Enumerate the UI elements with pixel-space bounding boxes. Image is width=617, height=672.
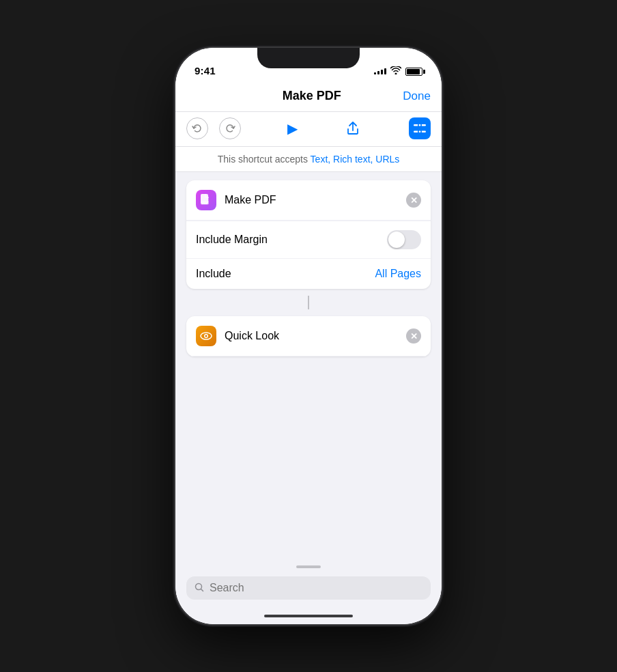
phone-frame: 9:41 xyxy=(175,48,442,624)
svg-rect-4 xyxy=(421,131,426,133)
quick-look-remove-button[interactable]: ✕ xyxy=(406,328,421,344)
home-indicator-area xyxy=(175,611,442,624)
accepts-prefix: This shortcut accepts xyxy=(218,154,311,165)
undo-button[interactable] xyxy=(186,117,208,139)
redo-button[interactable] xyxy=(219,117,241,139)
connector-line xyxy=(308,296,309,309)
battery-icon xyxy=(405,68,422,76)
include-margin-label: Include Margin xyxy=(196,234,268,246)
quick-look-icon xyxy=(196,326,216,346)
accepts-bar: This shortcut accepts Text, Rich text, U… xyxy=(175,147,442,172)
notch xyxy=(257,48,360,68)
accepts-types[interactable]: Text, Rich text, URLs xyxy=(311,154,400,165)
signal-bar-2 xyxy=(377,71,379,74)
drag-handle xyxy=(296,565,321,568)
status-time: 9:41 xyxy=(195,65,216,76)
include-margin-toggle[interactable] xyxy=(387,230,421,249)
toolbar-left xyxy=(186,117,241,139)
include-value[interactable]: All Pages xyxy=(375,268,421,280)
nav-bar: Make PDF Done xyxy=(175,82,442,112)
toggle-thumb xyxy=(388,232,405,248)
make-pdf-icon: PDF xyxy=(196,190,216,210)
search-icon xyxy=(195,583,204,594)
make-pdf-remove-button[interactable]: ✕ xyxy=(406,193,421,208)
remove-x-icon: ✕ xyxy=(410,196,418,205)
include-row: Include All Pages xyxy=(186,258,431,289)
scroll-area: PDF Make PDF ✕ Include Margin xyxy=(175,172,442,559)
quick-look-header: Quick Look ✕ xyxy=(186,316,431,356)
svg-point-10 xyxy=(205,335,207,337)
wifi-icon xyxy=(390,66,401,76)
quick-look-remove-x-icon: ✕ xyxy=(410,332,418,341)
signal-bar-1 xyxy=(374,72,376,74)
search-input[interactable] xyxy=(210,582,422,594)
drag-handle-area xyxy=(175,559,442,571)
quick-look-card: Quick Look ✕ xyxy=(186,316,431,356)
signal-bar-4 xyxy=(384,68,386,74)
search-bar[interactable] xyxy=(186,576,431,600)
status-icons xyxy=(374,66,422,76)
quick-look-title: Quick Look xyxy=(225,330,398,342)
nav-title: Make PDF xyxy=(283,89,341,103)
battery-fill xyxy=(407,69,420,74)
done-button[interactable]: Done xyxy=(403,89,431,103)
make-pdf-header: PDF Make PDF ✕ xyxy=(186,180,431,221)
home-bar xyxy=(264,615,353,617)
run-button[interactable]: ▶ xyxy=(287,120,298,137)
phone-screen: 9:41 xyxy=(175,48,442,624)
include-margin-row: Include Margin xyxy=(186,221,431,258)
make-pdf-card: PDF Make PDF ✕ Include Margin xyxy=(186,180,431,289)
svg-point-2 xyxy=(418,124,421,126)
svg-rect-0 xyxy=(414,124,418,126)
make-pdf-title: Make PDF xyxy=(225,194,398,206)
settings-button[interactable] xyxy=(409,117,431,139)
signal-bars-icon xyxy=(374,68,386,74)
signal-bar-3 xyxy=(381,70,383,74)
svg-rect-1 xyxy=(421,124,426,126)
toolbar: ▶ xyxy=(175,112,442,147)
svg-text:PDF: PDF xyxy=(202,201,209,205)
bottom-bar xyxy=(175,571,442,611)
share-button[interactable] xyxy=(343,119,362,138)
svg-point-5 xyxy=(418,130,421,133)
svg-rect-3 xyxy=(414,131,418,133)
include-label: Include xyxy=(196,268,231,280)
